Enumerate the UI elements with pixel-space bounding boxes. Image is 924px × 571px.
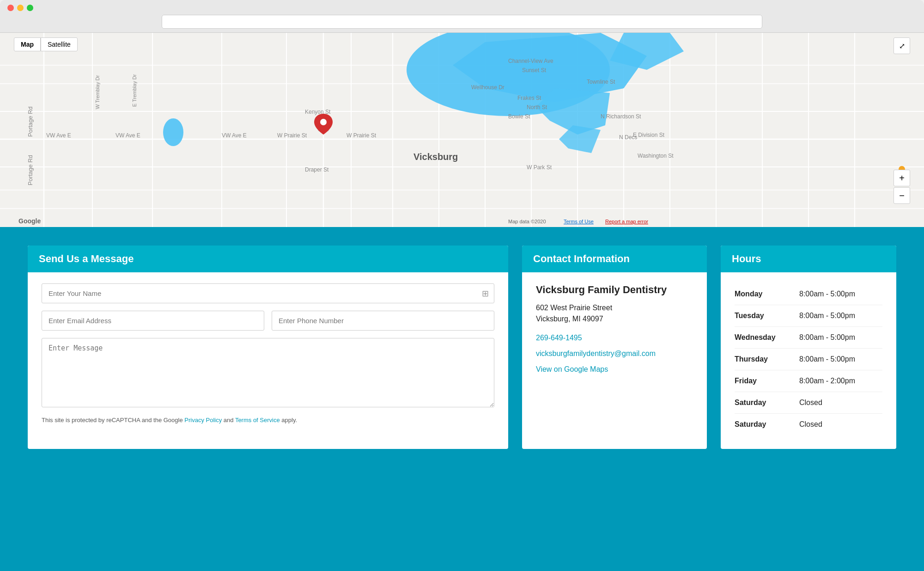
day-label: Tuesday	[735, 305, 799, 327]
terms-of-service-link[interactable]: Terms of Service	[235, 417, 280, 424]
day-label: Friday	[735, 370, 799, 392]
hours-table: Monday 8:00am - 5:00pm Tuesday 8:00am - …	[735, 283, 882, 435]
hours-value: 8:00am - 2:00pm	[799, 370, 882, 392]
contact-info-card: Contact Information Vicksburg Family Den…	[522, 246, 707, 449]
svg-text:VW Ave E: VW Ave E	[116, 132, 140, 139]
maximize-dot[interactable]	[27, 5, 33, 11]
privacy-policy-link[interactable]: Privacy Policy	[184, 417, 222, 424]
browser-dots	[7, 5, 917, 11]
name-field-wrapper: ⊞	[42, 283, 494, 303]
hours-card: Hours Monday 8:00am - 5:00pm Tuesday 8:0…	[721, 246, 896, 449]
zoom-out-button[interactable]: −	[894, 187, 910, 204]
svg-text:Map data ©2020: Map data ©2020	[508, 219, 546, 224]
svg-text:Terms of Use: Terms of Use	[564, 219, 594, 224]
day-label: Monday	[735, 283, 799, 305]
hours-row: Friday 8:00am - 2:00pm	[735, 370, 882, 392]
day-label: Saturday	[735, 392, 799, 414]
map-container: Portage Rd Portage Rd E Tremblay Dr W Tr…	[0, 33, 924, 227]
hours-row: Monday 8:00am - 5:00pm	[735, 283, 882, 305]
day-label: Saturday	[735, 414, 799, 436]
map-tabs: Map Satellite	[14, 37, 78, 51]
email-phone-row	[42, 311, 494, 331]
svg-text:Washington St: Washington St	[638, 153, 674, 159]
hours-value: 8:00am - 5:00pm	[799, 305, 882, 327]
svg-text:Frakes St: Frakes St	[517, 95, 541, 101]
hours-row: Wednesday 8:00am - 5:00pm	[735, 327, 882, 349]
browser-chrome	[0, 0, 924, 33]
svg-text:Sunset St: Sunset St	[522, 67, 547, 74]
svg-text:W Park St: W Park St	[527, 164, 552, 171]
name-icon: ⊞	[482, 289, 489, 299]
message-field-wrapper	[42, 338, 494, 409]
hours-row: Tuesday 8:00am - 5:00pm	[735, 305, 882, 327]
svg-text:North St: North St	[527, 104, 547, 111]
day-label: Wednesday	[735, 327, 799, 349]
name-input[interactable]	[42, 283, 494, 303]
recaptcha-notice: This site is protected by reCAPTCHA and …	[42, 417, 494, 424]
minimize-dot[interactable]	[17, 5, 24, 11]
svg-text:VW Ave E: VW Ave E	[222, 132, 247, 139]
map-tab-map[interactable]: Map	[14, 37, 41, 51]
email-link[interactable]: vicksburgfamilydentistry@gmail.com	[536, 350, 693, 358]
svg-text:N Richardson St: N Richardson St	[601, 113, 641, 120]
main-content: Send Us a Message ⊞ This site is protect…	[0, 227, 924, 571]
map-tab-satellite[interactable]: Satellite	[41, 37, 78, 51]
svg-text:Google: Google	[18, 217, 41, 225]
hours-row: Thursday 8:00am - 5:00pm	[735, 349, 882, 370]
svg-text:Portage Rd: Portage Rd	[27, 155, 34, 185]
close-dot[interactable]	[7, 5, 14, 11]
svg-text:E Division St: E Division St	[633, 132, 665, 138]
address-bar[interactable]	[162, 15, 762, 29]
hours-value: 8:00am - 5:00pm	[799, 327, 882, 349]
svg-text:Townline St: Townline St	[587, 79, 615, 85]
phone-input[interactable]	[272, 311, 494, 331]
business-name: Vicksburg Family Dentistry	[536, 283, 693, 297]
svg-text:Portage Rd: Portage Rd	[27, 106, 34, 137]
svg-text:Kenyon St: Kenyon St	[305, 109, 331, 115]
map-svg: Portage Rd Portage Rd E Tremblay Dr W Tr…	[0, 33, 924, 227]
svg-text:Bowie St: Bowie St	[508, 113, 530, 120]
svg-text:E Tremblay Dr: E Tremblay Dr	[132, 74, 137, 107]
contact-form-card: Send Us a Message ⊞ This site is protect…	[28, 246, 508, 449]
svg-text:Report a map error: Report a map error	[605, 219, 648, 224]
address: 602 West Prairie Street Vicksburg, MI 49…	[536, 302, 693, 325]
zoom-controls: + −	[894, 170, 910, 204]
svg-text:Channel-View Ave: Channel-View Ave	[508, 58, 553, 64]
hours-row: Saturday Closed	[735, 414, 882, 436]
svg-point-57	[320, 119, 327, 125]
hours-header: Hours	[721, 246, 896, 272]
hours-row: Saturday Closed	[735, 392, 882, 414]
message-textarea[interactable]	[42, 338, 494, 407]
content-grid: Send Us a Message ⊞ This site is protect…	[28, 246, 896, 449]
contact-info-header: Contact Information	[522, 246, 707, 272]
svg-text:Wellhouse Dr: Wellhouse Dr	[471, 84, 505, 91]
svg-text:W Prairie St: W Prairie St	[346, 132, 377, 139]
svg-text:W Prairie St: W Prairie St	[277, 132, 307, 139]
maps-link[interactable]: View on Google Maps	[536, 365, 693, 374]
hours-value: Closed	[799, 392, 882, 414]
day-label: Thursday	[735, 349, 799, 370]
hours-value: 8:00am - 5:00pm	[799, 349, 882, 370]
hours-value: Closed	[799, 414, 882, 436]
fullscreen-button[interactable]: ⤢	[894, 37, 910, 54]
phone-link[interactable]: 269-649-1495	[536, 334, 693, 342]
svg-text:Draper St: Draper St	[305, 166, 329, 173]
contact-form-header: Send Us a Message	[28, 246, 508, 272]
email-input[interactable]	[42, 311, 264, 331]
svg-text:Vicksburg: Vicksburg	[413, 152, 458, 162]
zoom-in-button[interactable]: +	[894, 170, 910, 186]
fullscreen-icon: ⤢	[899, 42, 905, 50]
hours-value: 8:00am - 5:00pm	[799, 283, 882, 305]
svg-text:VW Ave E: VW Ave E	[46, 132, 71, 139]
svg-point-31	[163, 118, 183, 146]
svg-text:W Tremblay Dr: W Tremblay Dr	[95, 75, 100, 109]
